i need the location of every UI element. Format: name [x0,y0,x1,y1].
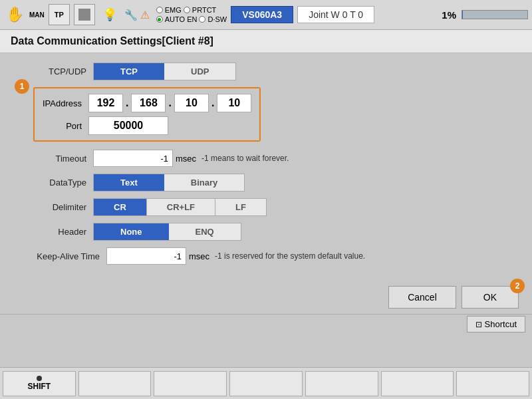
bottom-btn-2[interactable] [78,371,152,396]
shortcut-button[interactable]: ⊡ Shortcut [467,316,525,332]
port-row: Port [43,116,251,135]
shortcut-icon: ⊡ [475,320,482,329]
timeout-label: Timeout [13,154,93,164]
datatype-label: DataType [13,178,93,188]
dsw-label: D·SW [207,15,227,23]
delimiter-row: Delimiter CR CR+LF LF [13,198,519,216]
ip-seg3[interactable] [174,94,209,112]
tp-label: TP [55,11,64,19]
shortcut-label: Shortcut [485,319,517,329]
none-button[interactable]: None [94,223,169,240]
prtct-label: PRTCT [192,6,216,14]
shift-dot [37,376,42,381]
joint-badge[interactable]: Joint W 0 T 0 [297,6,374,23]
prtct-radio[interactable] [184,7,190,13]
warning-icon: ⚠ [140,9,150,21]
tp-button[interactable]: TP [49,4,70,25]
binary-button[interactable]: Binary [164,174,244,191]
emg-radio[interactable] [156,7,163,13]
man-label: MAN [29,11,45,19]
top-bar: ✋ MAN TP 💡 🔧 ⚠ EMG PRTCT AUTO EN D·SW VS… [0,0,532,30]
radio-group: EMG PRTCT AUTO EN D·SW [156,6,227,23]
header-row: Header None ENQ [13,223,519,241]
ip-address-label: IPAddress [43,98,86,108]
timeout-row: Timeout msec -1 means to wait forever. [13,150,519,167]
tcp-udp-row: TCP/UDP TCP UDP [13,63,519,80]
timeout-unit: msec [176,154,196,164]
header-toggle: None ENQ [93,223,241,241]
crlf-button[interactable]: CR+LF [147,199,215,215]
tcp-udp-label: TCP/UDP [13,66,93,76]
keepalive-input[interactable] [106,247,186,265]
bottom-btn-7[interactable] [456,371,529,396]
badge-one: 1 [15,79,29,94]
dsw-radio[interactable] [199,16,205,23]
shortcut-bar: ⊡ Shortcut [0,314,532,334]
tcp-udp-toggle: TCP UDP [93,63,236,80]
button-row: Cancel OK 2 [0,281,532,314]
light-icon[interactable]: 💡 [99,4,120,25]
ip-dot-1: . [126,97,128,109]
datatype-row: DataType Text Binary [13,174,519,192]
ip-section-row: 1 IPAddress . . . Port [13,87,519,142]
ip-seg1[interactable] [88,94,123,112]
lf-button[interactable]: LF [215,199,266,215]
bottom-btn-4[interactable] [229,371,303,396]
delimiter-toggle: CR CR+LF LF [93,198,267,216]
square-icon [78,9,90,21]
wrench-area: 🔧 ⚠ [124,9,150,21]
cancel-button[interactable]: Cancel [388,286,456,309]
autoen-label: AUTO EN [165,15,198,23]
percent-area: 1% [442,9,528,21]
progress-fill [462,11,463,19]
hand-icon[interactable]: ✋ [4,4,25,25]
bottom-bar: SHIFT [0,367,532,399]
autoen-radio[interactable] [156,16,163,23]
keepalive-unit: msec [189,251,209,261]
shift-inner: SHIFT [28,376,51,391]
square-button[interactable] [74,4,95,25]
keepalive-row: Keep-Alive Time msec -1 is reserved for … [13,247,519,265]
shift-button[interactable]: SHIFT [3,371,76,396]
progress-bar [462,10,528,19]
ip-address-row: IPAddress . . . [43,94,251,112]
badge-two: 2 [510,279,525,293]
keepalive-label: Keep-Alive Time [13,251,106,261]
bottom-btn-6[interactable] [381,371,454,396]
cr-button[interactable]: CR [94,199,147,215]
enq-button[interactable]: ENQ [169,223,241,240]
ip-dot-3: . [211,97,214,109]
delimiter-label: Delimiter [13,202,93,212]
port-label: Port [43,121,86,131]
ip-seg2[interactable] [131,94,166,112]
status-badge[interactable]: VS060A3 [231,6,293,23]
udp-button[interactable]: UDP [164,63,235,80]
page-title: Data Communication Settings[Client #8] [0,30,532,53]
ok-button[interactable]: OK 2 [462,286,519,309]
timeout-hint: -1 means to wait forever. [201,154,289,163]
port-input[interactable] [88,116,168,135]
emg-label: EMG [165,6,182,14]
timeout-input[interactable] [93,150,173,167]
bottom-btn-3[interactable] [154,371,227,396]
main-content: TCP/UDP TCP UDP 1 IPAddress . . . [0,53,532,281]
percent-label: 1% [442,9,456,21]
ip-dot-2: . [168,97,171,109]
tcp-button[interactable]: TCP [94,63,164,80]
header-label: Header [13,227,93,237]
ip-seg4[interactable] [217,94,251,112]
bottom-btn-5[interactable] [305,371,378,396]
datatype-toggle: Text Binary [93,174,245,192]
wrench-icon: 🔧 [124,9,138,21]
text-button[interactable]: Text [94,174,164,191]
ip-box: IPAddress . . . Port [33,87,261,142]
keepalive-hint: -1 is reserved for the system default va… [215,251,365,261]
